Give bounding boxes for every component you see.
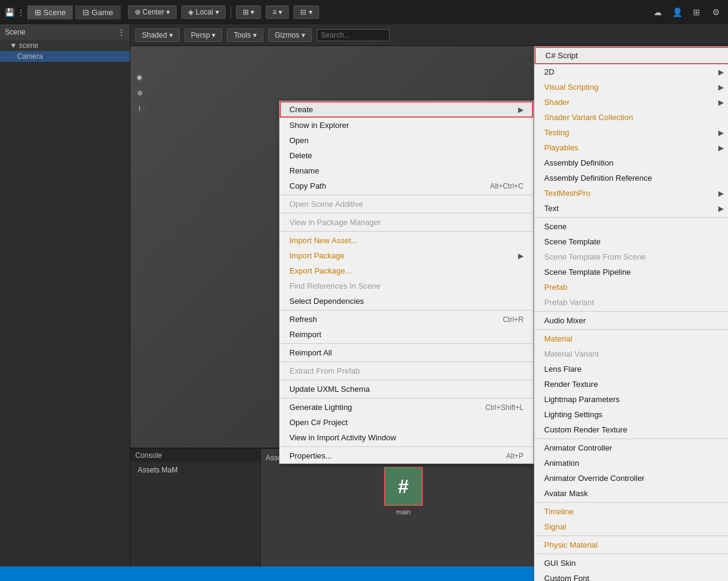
menu-item-shader[interactable]: Shader ▶ [534, 95, 728, 110]
gizmo-btn[interactable]: ≡ ▾ [266, 5, 289, 19]
menu-item-delete[interactable]: Delete [280, 148, 533, 163]
menu-item-timeline[interactable]: Timeline [534, 504, 728, 519]
menu-item-lens-flare[interactable]: Lens Flare [534, 361, 728, 377]
menu-item-import-new[interactable]: Import New Asset... [280, 233, 533, 248]
r-separator-5 [534, 502, 728, 503]
account-icon[interactable]: 👤 [670, 5, 684, 19]
menu-item-view-pkg: View in Package Manager [280, 215, 533, 230]
r-separator-1 [534, 217, 728, 218]
menu-item-select-deps[interactable]: Select Dependencies [280, 294, 533, 309]
menu-item-shader-variant[interactable]: Shader Variant Collection [534, 110, 728, 125]
separator-2 [280, 213, 533, 213]
menu-item-view-import[interactable]: View in Import Activity Window [280, 430, 533, 445]
menu-item-lighting-settings[interactable]: Lighting Settings [534, 407, 728, 422]
menu-item-scene[interactable]: Scene [534, 219, 728, 234]
sidebar-icon-1[interactable]: ◉ [133, 70, 146, 84]
gizmos-btn[interactable]: Gizmos ▾ [268, 29, 312, 42]
persp-btn[interactable]: Persp ▾ [184, 29, 223, 42]
menu-item-scene-template-pipeline[interactable]: Scene Template Pipeline [534, 264, 728, 280]
cloud-icon[interactable]: ☁ [650, 5, 665, 19]
settings-icon[interactable]: ⚙ [709, 5, 723, 19]
menu-item-scene-template-from: Scene Template From Scene [534, 249, 728, 264]
asset-icon-main: # [384, 467, 423, 506]
separator-7 [280, 380, 533, 380]
menu-item-create-arrow: ▶ [518, 106, 524, 114]
context-menu-left: Create ▶ Show in Explorer Open Delete Re… [279, 101, 534, 464]
separator-3 [280, 231, 533, 232]
menu-item-2d[interactable]: 2D ▶ [534, 64, 728, 79]
scene-view: ◉ ⊕ I Create ▶ Show in Explorer Open [130, 46, 728, 448]
shaded-btn[interactable]: Shaded ▾ [135, 29, 180, 42]
menu-item-playables[interactable]: Playables ▶ [534, 140, 728, 155]
menu-item-avatar-mask[interactable]: Avatar Mask [534, 486, 728, 501]
sidebar-icon-2[interactable]: ⊕ [133, 86, 146, 99]
menu-item-update-uxml[interactable]: Update UXML Schema [280, 381, 533, 397]
menu-item-scene-template[interactable]: Scene Template [534, 234, 728, 249]
context-menu-right: C# Script 2D ▶ Visual Scripting ▶ Shader… [534, 46, 728, 581]
menu-item-reimport-all[interactable]: Reimport All [280, 345, 533, 360]
menu-item-physic-material[interactable]: Physic Material [534, 537, 728, 552]
menu-item-prefab[interactable]: Prefab [534, 280, 728, 295]
menu-item-animator-ctrl[interactable]: Animator Controller [534, 440, 728, 455]
hierarchy-title: Scene [5, 28, 25, 36]
menu-item-import-pkg[interactable]: Import Package ▶ [280, 248, 533, 263]
center-dropdown[interactable]: ⊕ Center ▾ [128, 5, 177, 19]
menu-item-custom-render[interactable]: Custom Render Texture [534, 422, 728, 437]
hierarchy-camera-label[interactable]: Camera [0, 51, 130, 62]
menu-item-render-texture[interactable]: Render Texture [534, 377, 728, 392]
menu-item-open-additive: Open Scene Additive [280, 196, 533, 212]
tab-scene[interactable]: ⊞ Scene [27, 5, 73, 19]
menu-item-refresh[interactable]: Refresh Ctrl+R [280, 312, 533, 327]
menu-item-open[interactable]: Open [280, 133, 533, 148]
menu-item-testing[interactable]: Testing ▶ [534, 125, 728, 140]
menu-item-csharp[interactable]: C# Script [534, 47, 728, 64]
menu-item-audio-mixer[interactable]: Audio Mixer [534, 313, 728, 328]
menu-item-animator-override[interactable]: Animator Override Controller [534, 471, 728, 486]
r-separator-3 [534, 329, 728, 330]
tools-btn[interactable]: Tools ▾ [227, 29, 263, 42]
menu-item-create[interactable]: Create ▶ [280, 101, 533, 118]
menu-item-textmeshpro[interactable]: TextMeshPro ▶ [534, 186, 728, 201]
menu-item-animation[interactable]: Animation [534, 455, 728, 471]
layers-icon[interactable]: ⊞ [689, 5, 704, 19]
menu-item-find-refs: Find References In Scene [280, 278, 533, 294]
menu-item-custom-font[interactable]: Custom Font [534, 571, 728, 581]
menu-item-assembly-def[interactable]: Assembly Definition [534, 155, 728, 170]
menu-item-text[interactable]: Text ▶ [534, 201, 728, 216]
hierarchy-menu-icon[interactable]: ⋮ [118, 28, 125, 36]
asset-item-main[interactable]: # main [266, 467, 541, 516]
hamburger-icon[interactable]: ⋮ [17, 8, 25, 17]
menu-item-rename[interactable]: Rename [280, 163, 533, 178]
menu-item-export-pkg[interactable]: Export Package... [280, 263, 533, 278]
menu-item-properties[interactable]: Properties... Alt+P [280, 448, 533, 463]
r-separator-6 [534, 536, 728, 536]
menu-item-visual-scripting[interactable]: Visual Scripting ▶ [534, 79, 728, 95]
grid-btn[interactable]: ⊞ ▾ [236, 5, 261, 19]
menu-item-material[interactable]: Material [534, 331, 728, 346]
sidebar-icon-3[interactable]: I [133, 102, 146, 115]
assets-mam-label: Assets MaM [130, 462, 260, 480]
save-icon: 💾 [5, 8, 15, 17]
menu-item-open-csharp[interactable]: Open C# Project [280, 415, 533, 430]
menu-item-gui-skin[interactable]: GUI Skin [534, 556, 728, 571]
console-tab[interactable]: Console [130, 449, 260, 462]
view-toolbar: Shaded ▾ Persp ▾ Tools ▾ Gizmos ▾ [130, 24, 728, 46]
hierarchy-panel: Scene ⋮ ▼ scene Camera [0, 24, 130, 581]
hierarchy-header: Scene ⋮ [0, 24, 130, 40]
tab-game[interactable]: ⊟ Game [75, 5, 120, 19]
menu-item-lightmap-params[interactable]: Lightmap Parameters [534, 392, 728, 407]
separator-5 [280, 343, 533, 344]
menu-item-reimport[interactable]: Reimport [280, 327, 533, 342]
local-dropdown[interactable]: ◈ Local ▾ [181, 5, 225, 19]
separator-8 [280, 398, 533, 398]
scene-search[interactable] [317, 29, 389, 41]
bottom-main: Assets ▶ Assets # main [261, 449, 546, 581]
menu-item-show-explorer[interactable]: Show in Explorer [280, 118, 533, 133]
menu-item-gen-lighting[interactable]: Generate Lighting Ctrl+Shift+L [280, 400, 533, 415]
r-separator-4 [534, 438, 728, 439]
menu-item-signal[interactable]: Signal [534, 519, 728, 534]
layout-btn[interactable]: ⊟ ▾ [294, 5, 318, 19]
hierarchy-scene-label: ▼ scene [0, 40, 130, 51]
menu-item-copy-path[interactable]: Copy Path Alt+Ctrl+C [280, 178, 533, 193]
menu-item-assembly-def-ref[interactable]: Assembly Definition Reference [534, 170, 728, 186]
